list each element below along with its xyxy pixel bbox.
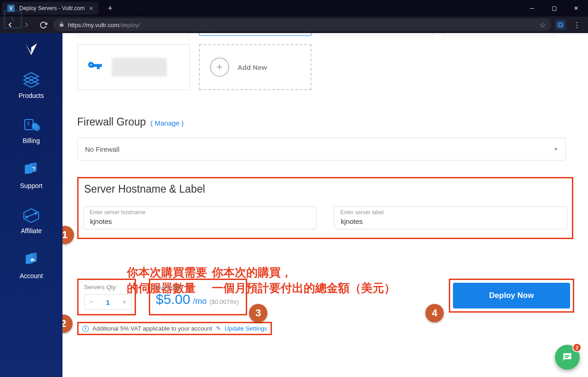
new-tab-button[interactable]: + bbox=[103, 2, 117, 15]
info-icon: i bbox=[82, 326, 89, 332]
qty-value: 1 bbox=[106, 298, 110, 306]
key-icon bbox=[86, 57, 103, 77]
firewall-title: Firewall Group bbox=[77, 116, 146, 128]
annotation-badge-2: 2 bbox=[62, 314, 73, 333]
ssh-key-card[interactable] bbox=[77, 44, 190, 90]
tab-favicon: V bbox=[7, 5, 15, 12]
address-bar: https://my.vultr.com/deploy/ ☆ ⋮ bbox=[0, 17, 588, 33]
ssh-key-card[interactable]: om bbox=[77, 33, 190, 36]
svg-text:?: ? bbox=[32, 166, 35, 172]
add-new-button[interactable]: + Add New bbox=[199, 44, 311, 90]
close-tab-icon[interactable]: × bbox=[89, 5, 93, 12]
ssh-key-card[interactable] bbox=[321, 33, 433, 36]
svg-rect-19 bbox=[565, 357, 569, 358]
svg-line-13 bbox=[27, 213, 36, 217]
update-settings-link[interactable]: Update Settings bbox=[225, 325, 267, 332]
annotation-badge-1: 1 bbox=[62, 226, 74, 244]
browser-tab[interactable]: V Deploy Servers - Vultr.com × bbox=[2, 2, 98, 15]
firewall-section-title: Firewall Group ( Manage ) bbox=[77, 116, 574, 128]
sidebar-item-label: Billing bbox=[23, 137, 40, 144]
main-content: om + Add New Firew bbox=[62, 33, 588, 377]
svg-rect-18 bbox=[565, 355, 570, 356]
deploy-now-button[interactable]: Deploy Now bbox=[453, 283, 570, 308]
sidebar-item-support[interactable]: ? Support bbox=[0, 156, 62, 196]
annotation-badge-3: 3 bbox=[249, 304, 267, 322]
sidebar-item-label: Affiliate bbox=[21, 227, 42, 234]
deploy-box: Deploy Now bbox=[449, 279, 574, 313]
vat-text: Additional 5% VAT applicable to your acc… bbox=[92, 325, 212, 332]
sidebar-item-label: Products bbox=[18, 92, 44, 99]
browser-menu-icon[interactable]: ⋮ bbox=[570, 21, 584, 29]
hostname-title: Server Hostname & Label bbox=[84, 183, 567, 195]
svg-point-15 bbox=[35, 212, 37, 214]
chevron-down-icon: ▼ bbox=[554, 147, 558, 152]
ssh-key-card[interactable] bbox=[442, 33, 555, 36]
bookmark-icon[interactable]: ☆ bbox=[539, 21, 546, 29]
annotation-2-line1: 你本次的購買， bbox=[212, 265, 396, 280]
vat-notice: i Additional 5% VAT applicable to your a… bbox=[77, 322, 272, 335]
label-label: Enter server label bbox=[340, 209, 384, 216]
sidebar-item-label: Support bbox=[20, 182, 42, 189]
svg-rect-1 bbox=[559, 23, 561, 26]
add-new-label: Add New bbox=[237, 63, 267, 71]
chat-badge: 2 bbox=[572, 343, 582, 352]
ssh-key-blurred-text bbox=[112, 58, 167, 76]
qty-stepper: − 1 + bbox=[84, 294, 132, 310]
qty-plus-button[interactable]: + bbox=[118, 298, 131, 306]
svg-rect-0 bbox=[558, 23, 563, 28]
minimize-button[interactable]: ─ bbox=[522, 1, 542, 15]
sidebar-item-account[interactable]: Account bbox=[0, 246, 62, 286]
summary-box: Summary: $5.00/mo ($0.007/hr) bbox=[149, 279, 247, 315]
tab-title: Deploy Servers - Vultr.com bbox=[19, 5, 85, 11]
summary-label: Summary: bbox=[156, 284, 240, 291]
extension-icon[interactable] bbox=[555, 19, 566, 30]
sidebar: Products $ Billing ? Support Affiliate A… bbox=[0, 33, 62, 377]
back-button[interactable] bbox=[4, 18, 17, 31]
window-titlebar: V Deploy Servers - Vultr.com × + ─ ▢ ✕ bbox=[0, 0, 588, 17]
billing-icon: $ bbox=[21, 116, 41, 134]
url-text: https://my.vultr.com/deploy/ bbox=[68, 22, 140, 29]
svg-point-14 bbox=[26, 216, 28, 218]
maximize-button[interactable]: ▢ bbox=[544, 1, 564, 15]
price-hourly: ($0.007/hr) bbox=[209, 298, 239, 305]
ssh-key-card-selected[interactable] bbox=[199, 33, 311, 36]
close-window-button[interactable]: ✕ bbox=[566, 1, 586, 15]
chat-widget[interactable]: 2 bbox=[555, 345, 580, 370]
servers-qty-box: Servers Qty: − 1 + bbox=[77, 279, 136, 315]
pencil-icon: ✎ bbox=[216, 325, 221, 332]
plus-icon: + bbox=[210, 57, 229, 77]
forward-button[interactable] bbox=[20, 18, 33, 31]
hostname-label: Enter server hostname bbox=[90, 209, 145, 216]
svg-point-8 bbox=[34, 125, 40, 131]
reload-button[interactable] bbox=[37, 18, 50, 31]
sidebar-item-billing[interactable]: $ Billing bbox=[0, 111, 62, 151]
sidebar-item-label: Account bbox=[20, 272, 43, 280]
support-icon: ? bbox=[21, 161, 41, 179]
hostname-section: Server Hostname & Label Enter server hos… bbox=[77, 177, 573, 239]
sidebar-item-products[interactable]: Products bbox=[0, 66, 62, 106]
svg-text:$: $ bbox=[27, 121, 30, 126]
account-icon bbox=[21, 251, 41, 269]
qty-label: Servers Qty: bbox=[84, 284, 129, 291]
logo-icon[interactable] bbox=[23, 41, 39, 57]
annotation-1-line1: 你本次購買需要 bbox=[127, 265, 209, 280]
price-per: /mo bbox=[193, 297, 207, 306]
firewall-select[interactable]: No Firewall ▼ bbox=[77, 137, 566, 160]
firewall-selected: No Firewall bbox=[85, 145, 119, 153]
annotation-badge-4: 4 bbox=[425, 304, 444, 322]
url-field[interactable]: https://my.vultr.com/deploy/ ☆ bbox=[53, 18, 551, 31]
qty-minus-button[interactable]: − bbox=[85, 298, 98, 306]
price-main: $5.00 bbox=[156, 291, 190, 307]
manage-link[interactable]: ( Manage ) bbox=[151, 119, 184, 127]
svg-rect-17 bbox=[29, 252, 37, 263]
sidebar-item-affiliate[interactable]: Affiliate bbox=[0, 201, 62, 241]
affiliate-icon bbox=[21, 206, 41, 224]
products-icon bbox=[21, 71, 41, 89]
lock-icon bbox=[59, 22, 64, 28]
